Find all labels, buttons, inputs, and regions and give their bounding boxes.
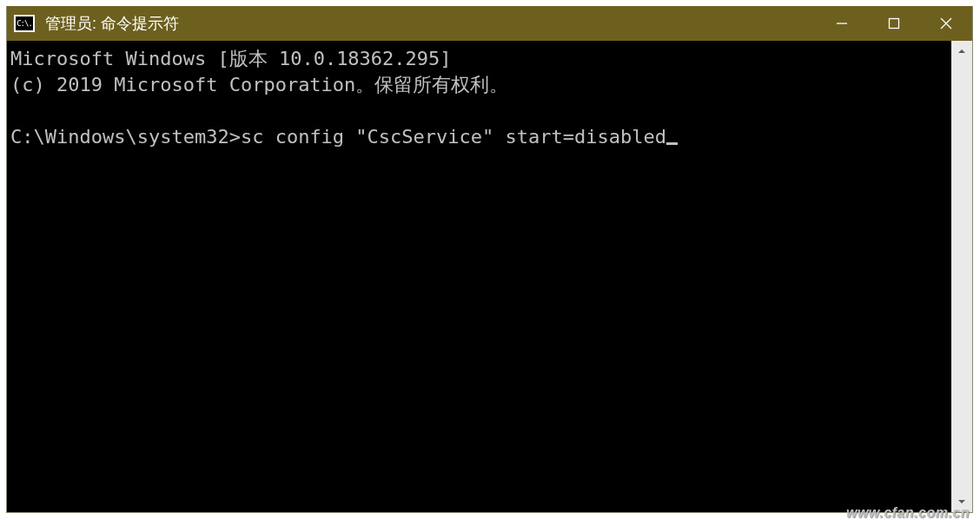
minimize-button[interactable] <box>816 6 868 41</box>
copyright-line: (c) 2019 Microsoft Corporation。保留所有权利。 <box>10 74 508 95</box>
chevron-up-icon <box>957 46 967 56</box>
svg-rect-1 <box>890 19 899 29</box>
prompt: C:\Windows\system32> <box>10 126 241 148</box>
scrollbar-track[interactable] <box>951 62 972 491</box>
minimize-icon <box>836 17 848 30</box>
watermark: www.cfan.com.cn <box>846 505 970 521</box>
maximize-icon <box>888 17 900 30</box>
window-title: 管理员: 命令提示符 <box>45 13 816 34</box>
command-text: sc config "CscService" start=disabled <box>241 126 666 148</box>
window-controls <box>816 6 972 41</box>
cmd-window: C:\. 管理员: 命令提示符 Microsoft Windows [版 <box>6 6 973 513</box>
cursor <box>666 142 678 145</box>
vertical-scrollbar[interactable] <box>951 41 972 512</box>
close-button[interactable] <box>920 6 972 41</box>
cmd-icon: C:\. <box>14 15 35 32</box>
scroll-up-button[interactable] <box>951 41 972 62</box>
close-icon <box>940 17 952 30</box>
maximize-button[interactable] <box>868 6 920 41</box>
titlebar[interactable]: C:\. 管理员: 命令提示符 <box>7 6 972 41</box>
version-line: Microsoft Windows [版本 10.0.18362.295] <box>10 48 452 69</box>
terminal[interactable]: Microsoft Windows [版本 10.0.18362.295] (c… <box>7 41 951 512</box>
terminal-area: Microsoft Windows [版本 10.0.18362.295] (c… <box>7 41 972 512</box>
